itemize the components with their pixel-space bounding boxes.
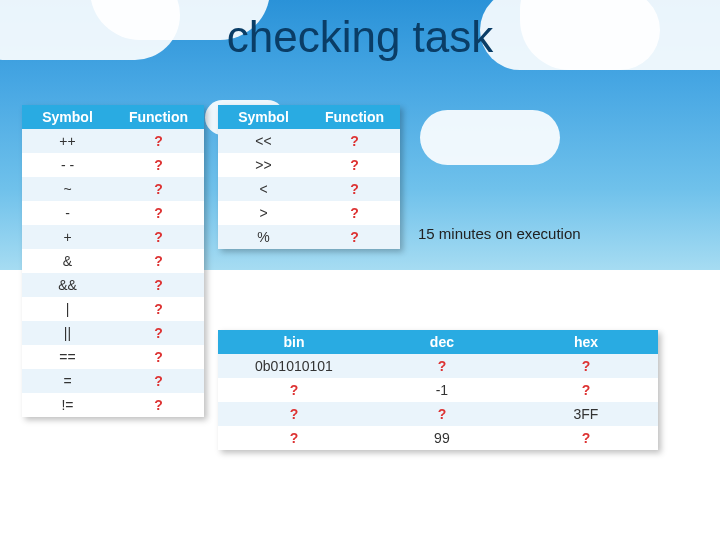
col-bin: bin — [218, 330, 370, 354]
table-row: &&? — [22, 273, 204, 297]
cell-fn: ? — [113, 225, 204, 249]
cell-dec: 99 — [370, 426, 514, 450]
cell-fn: ? — [113, 153, 204, 177]
table-row: ?99? — [218, 426, 658, 450]
cell-fn: ? — [309, 153, 400, 177]
cell-bin: ? — [218, 426, 370, 450]
table-row: !=? — [22, 393, 204, 417]
col-hex: hex — [514, 330, 658, 354]
cell-fn: ? — [113, 369, 204, 393]
cell-fn: ? — [113, 345, 204, 369]
table-row: ++? — [22, 129, 204, 153]
cell-dec: ? — [370, 402, 514, 426]
table-row: %? — [218, 225, 400, 249]
cell-sym: > — [218, 201, 309, 225]
cell-sym: % — [218, 225, 309, 249]
cell-bin: ? — [218, 402, 370, 426]
col-function: Function — [113, 105, 204, 129]
cell-sym: - — [22, 201, 113, 225]
table-row: >? — [218, 201, 400, 225]
cell-sym: ~ — [22, 177, 113, 201]
cell-fn: ? — [309, 177, 400, 201]
cloud-decoration — [420, 110, 560, 165]
table-row: ~? — [22, 177, 204, 201]
table-row: &? — [22, 249, 204, 273]
cell-hex: ? — [514, 426, 658, 450]
cell-fn: ? — [113, 249, 204, 273]
col-function: Function — [309, 105, 400, 129]
cell-hex: 3FF — [514, 402, 658, 426]
cell-fn: ? — [113, 297, 204, 321]
table-row: ==? — [22, 345, 204, 369]
cell-fn: ? — [113, 393, 204, 417]
table-row: <<? — [218, 129, 400, 153]
table-row: ?-1? — [218, 378, 658, 402]
cell-fn: ? — [113, 129, 204, 153]
table-row: <? — [218, 177, 400, 201]
cell-hex: ? — [514, 354, 658, 378]
cell-fn: ? — [113, 177, 204, 201]
cell-dec: -1 — [370, 378, 514, 402]
cell-bin: 0b01010101 — [218, 354, 370, 378]
cell-sym: >> — [218, 153, 309, 177]
table-row: >>? — [218, 153, 400, 177]
cell-dec: ? — [370, 354, 514, 378]
symbol-table-2: Symbol Function <<?>>?<?>?%? — [218, 105, 400, 249]
cell-sym: || — [22, 321, 113, 345]
table-row: - -? — [22, 153, 204, 177]
table-row: 0b01010101?? — [218, 354, 658, 378]
cell-fn: ? — [113, 201, 204, 225]
cell-sym: == — [22, 345, 113, 369]
table-row: ||? — [22, 321, 204, 345]
cell-fn: ? — [309, 225, 400, 249]
cell-bin: ? — [218, 378, 370, 402]
cell-fn: ? — [113, 321, 204, 345]
cell-sym: < — [218, 177, 309, 201]
cell-sym: + — [22, 225, 113, 249]
cell-sym: != — [22, 393, 113, 417]
cell-sym: | — [22, 297, 113, 321]
cell-hex: ? — [514, 378, 658, 402]
page-title: checking task — [0, 12, 720, 62]
table-row: |? — [22, 297, 204, 321]
table-row: ??3FF — [218, 402, 658, 426]
table-row: =? — [22, 369, 204, 393]
cell-sym: & — [22, 249, 113, 273]
table-row: -? — [22, 201, 204, 225]
cell-sym: && — [22, 273, 113, 297]
col-dec: dec — [370, 330, 514, 354]
time-note: 15 minutes on execution — [418, 225, 581, 242]
symbol-table-1: Symbol Function ++?- -?~?-?+?&?&&?|?||?=… — [22, 105, 204, 417]
cell-fn: ? — [309, 129, 400, 153]
cell-sym: = — [22, 369, 113, 393]
table-row: +? — [22, 225, 204, 249]
cell-fn: ? — [309, 201, 400, 225]
col-symbol: Symbol — [218, 105, 309, 129]
conversion-table: bin dec hex 0b01010101???-1???3FF?99? — [218, 330, 658, 450]
cell-sym: - - — [22, 153, 113, 177]
cell-fn: ? — [113, 273, 204, 297]
cell-sym: << — [218, 129, 309, 153]
col-symbol: Symbol — [22, 105, 113, 129]
cell-sym: ++ — [22, 129, 113, 153]
